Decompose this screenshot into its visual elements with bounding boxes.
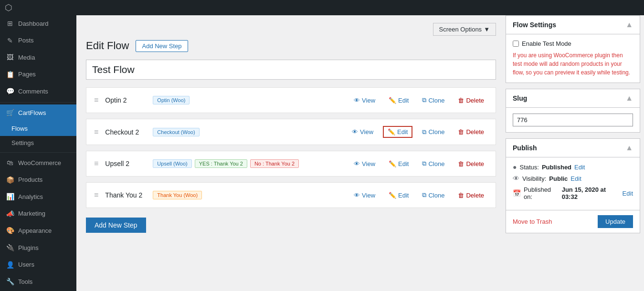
step-row-thankyou2: ≡Thank You 2Thank You (Woo)👁 View✏️ Edit…	[86, 182, 496, 208]
sidebar-item-appearance[interactable]: 🎨 Appearance	[0, 222, 76, 239]
marketing-icon: 📣	[6, 209, 14, 219]
step-delete-button-optin2[interactable]: 🗑 Delete	[454, 95, 488, 106]
sidebar-item-dashboard[interactable]: ⊞ Dashboard	[0, 15, 76, 32]
edit-icon-thankyou2: ✏️	[389, 192, 396, 199]
flow-settings-box: Flow Settings ▲ Enable Test Mode If you …	[506, 15, 640, 83]
flow-name-input[interactable]	[86, 60, 496, 80]
published-on-edit-link[interactable]: Edit	[623, 190, 633, 197]
step-name-thankyou2: Thank You 2	[105, 191, 148, 199]
enable-test-mode-checkbox[interactable]	[513, 41, 519, 47]
badge-checkout2: Checkout (Woo)	[153, 128, 199, 136]
step-badges-thankyou2: Thank You (Woo)	[153, 191, 345, 199]
page-title: Edit Flow	[86, 40, 129, 52]
publish-title: Publish	[513, 144, 537, 152]
publish-toggle[interactable]: ▲	[625, 144, 633, 152]
add-new-step-button-bottom[interactable]: Add New Step	[86, 218, 146, 233]
chevron-down-icon: ▼	[484, 26, 490, 33]
step-actions-optin2: 👁 View✏️ Edit⧉ Clone🗑 Delete	[350, 94, 488, 106]
step-edit-button-thankyou2[interactable]: ✏️ Edit	[385, 190, 412, 201]
step-view-button-thankyou2[interactable]: 👁 View	[350, 190, 379, 201]
visibility-label: Visibility:	[522, 175, 546, 182]
add-new-step-button-top[interactable]: Add New Step	[136, 40, 188, 52]
status-edit-link[interactable]: Edit	[574, 164, 585, 171]
published-on-value: Jun 15, 2020 at 03:32	[562, 186, 620, 200]
edit-icon-optin2: ✏️	[389, 97, 396, 104]
calendar-icon: 📅	[513, 189, 521, 197]
sidebar-item-comments[interactable]: 💬 Comments	[0, 83, 76, 100]
step-name-optin2: Optin 2	[105, 96, 148, 104]
step-actions-upsell2: 👁 View✏️ Edit⧉ Clone🗑 Delete	[350, 158, 488, 169]
step-clone-button-upsell2[interactable]: ⧉ Clone	[418, 158, 448, 169]
sidebar-item-cartflows[interactable]: 🛒 CartFlows	[0, 104, 76, 122]
sidebar-item-marketing[interactable]: 📣 Marketing	[0, 206, 76, 223]
sidebar-item-posts[interactable]: ✎ Posts	[0, 32, 76, 50]
flow-settings-toggle[interactable]: ▲	[625, 21, 633, 29]
clone-icon-thankyou2: ⧉	[422, 191, 426, 199]
drag-handle-checkout2[interactable]: ≡	[94, 128, 98, 136]
step-delete-button-upsell2[interactable]: 🗑 Delete	[454, 158, 488, 169]
step-edit-button-optin2[interactable]: ✏️ Edit	[385, 95, 412, 106]
view-icon-thankyou2: 👁	[354, 192, 360, 199]
screen-options-button[interactable]: Screen Options ▼	[433, 23, 496, 36]
step-delete-button-thankyou2[interactable]: 🗑 Delete	[454, 190, 488, 201]
slug-toggle[interactable]: ▲	[625, 94, 633, 103]
sidebar-item-users[interactable]: 👤 Users	[0, 257, 76, 274]
step-edit-button-checkout2[interactable]: ✏️ Edit	[383, 126, 412, 138]
dashboard-icon: ⊞	[6, 19, 14, 29]
step-view-button-optin2[interactable]: 👁 View	[350, 95, 379, 106]
comments-icon: 💬	[6, 87, 14, 96]
status-value: Published	[542, 164, 571, 171]
sidebar-item-analytics[interactable]: 📊 Analytics	[0, 188, 76, 206]
update-button[interactable]: Update	[598, 215, 633, 228]
plugins-icon: 🔌	[6, 243, 14, 253]
step-badges-upsell2: Upsell (Woo)YES : Thank You 2No : Thank …	[153, 159, 345, 168]
sidebar-item-tools[interactable]: 🔧 Tools	[0, 273, 76, 291]
pages-icon: 📋	[6, 70, 14, 80]
sidebar-item-media[interactable]: 🖼 Media	[0, 49, 76, 66]
sidebar-item-woocommerce[interactable]: 🛍 WooCommerce	[0, 155, 76, 172]
enable-test-mode-label[interactable]: Enable Test Mode	[522, 40, 571, 47]
visibility-edit-link[interactable]: Edit	[570, 175, 581, 182]
drag-handle-upsell2[interactable]: ≡	[94, 159, 98, 168]
flow-settings-body: Enable Test Mode If you are using WooCom…	[506, 34, 640, 83]
step-actions-thankyou2: 👁 View✏️ Edit⧉ Clone🗑 Delete	[350, 189, 488, 201]
cartflows-icon: 🛒	[6, 108, 14, 118]
sidebar-item-settings[interactable]: Settings	[0, 136, 76, 150]
clone-icon-upsell2: ⧉	[422, 160, 426, 167]
tools-icon: 🔧	[6, 277, 14, 287]
step-view-button-checkout2[interactable]: 👁 View	[348, 126, 377, 137]
publish-box: Publish ▲ ● Status: Published Edit 👁 Vis…	[506, 138, 640, 233]
visibility-value: Public	[549, 175, 568, 182]
step-edit-button-upsell2[interactable]: ✏️ Edit	[385, 158, 412, 169]
step-name-upsell2: Upsell 2	[105, 160, 148, 167]
sidebar-item-products[interactable]: 📦 Products	[0, 172, 76, 189]
drag-handle-thankyou2[interactable]: ≡	[94, 191, 98, 199]
flow-settings-title: Flow Settings	[513, 21, 556, 29]
publish-header: Publish ▲	[506, 139, 640, 157]
posts-icon: ✎	[6, 36, 14, 46]
products-icon: 📦	[6, 176, 14, 185]
badge-upsell2: Upsell (Woo)	[153, 159, 191, 168]
slug-input[interactable]	[513, 114, 633, 126]
drag-handle-optin2[interactable]: ≡	[94, 96, 98, 104]
appearance-icon: 🎨	[6, 226, 14, 236]
sidebar-item-plugins[interactable]: 🔌 Plugins	[0, 239, 76, 257]
clone-icon-checkout2: ⧉	[422, 128, 426, 136]
badge-optin2: Optin (Woo)	[153, 96, 190, 104]
right-sidebar: Flow Settings ▲ Enable Test Mode If you …	[506, 0, 644, 291]
sidebar-item-pages[interactable]: 📋 Pages	[0, 66, 76, 83]
step-delete-button-checkout2[interactable]: 🗑 Delete	[454, 126, 488, 137]
step-clone-button-optin2[interactable]: ⧉ Clone	[418, 94, 448, 106]
sidebar-item-flows[interactable]: Flows	[0, 122, 76, 136]
flow-settings-header: Flow Settings ▲	[506, 16, 640, 34]
top-bar: Screen Options ▼	[86, 23, 496, 36]
step-row-optin2: ≡Optin 2Optin (Woo)👁 View✏️ Edit⧉ Clone🗑…	[86, 87, 496, 113]
move-to-trash-link[interactable]: Move to Trash	[513, 218, 552, 225]
step-clone-button-thankyou2[interactable]: ⧉ Clone	[418, 189, 448, 201]
view-icon-upsell2: 👁	[354, 160, 360, 167]
badge-thankyou2: Thank You (Woo)	[153, 191, 202, 199]
step-clone-button-checkout2[interactable]: ⧉ Clone	[418, 126, 448, 138]
step-view-button-upsell2[interactable]: 👁 View	[350, 158, 379, 169]
delete-icon-checkout2: 🗑	[458, 128, 464, 135]
badge-upsell2: YES : Thank You 2	[195, 159, 247, 168]
